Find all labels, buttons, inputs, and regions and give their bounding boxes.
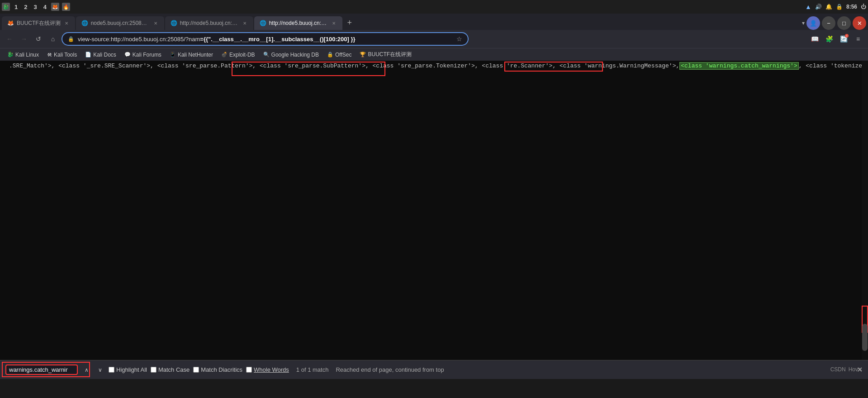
extensions-button[interactable]: 🧩 bbox=[823, 33, 835, 45]
match-diacritics-checkbox[interactable] bbox=[193, 367, 199, 373]
firefox-taskbar-icon[interactable]: 🦊 bbox=[51, 3, 59, 11]
notification-icon: 🔔 bbox=[825, 4, 832, 10]
home-icon: ⌂ bbox=[51, 35, 55, 43]
workspace-1[interactable]: 1 bbox=[13, 4, 19, 10]
tab-label-2: node5.buuoj.cn:25085/?nam bbox=[91, 20, 150, 26]
bookmark-google-hacking[interactable]: 🔍 Google Hacking DB bbox=[260, 51, 323, 59]
forward-button[interactable]: → bbox=[18, 33, 30, 45]
tab-node5-1[interactable]: 🌐 node5.buuoj.cn:25085/?nam ✕ bbox=[76, 16, 164, 30]
bookmark-favicon-tools: 🛠 bbox=[47, 52, 52, 58]
bookmark-kali-forums[interactable]: 💬 Kali Forums bbox=[121, 51, 165, 59]
tab-buuctf[interactable]: 🦊 BUUCTF在线评测 ✕ bbox=[2, 16, 75, 30]
match-diacritics-label: Match Diacritics bbox=[201, 366, 242, 373]
menu-button[interactable]: ≡ bbox=[852, 33, 864, 45]
address-url-display: view-source:http://node5.buuoj.cn:25085/… bbox=[78, 36, 453, 43]
bookmark-kali-linux[interactable]: 🐉 Kali Linux bbox=[4, 51, 43, 59]
url-base: view-source:http://node5.buuoj.cn:25085/… bbox=[78, 36, 200, 43]
pocket-button[interactable]: 📖 bbox=[808, 33, 821, 45]
bookmarks-bar: 🐉 Kali Linux 🛠 Kali Tools 📄 Kali Docs 💬 … bbox=[0, 48, 868, 61]
tab-close-4[interactable]: ✕ bbox=[331, 20, 337, 26]
bookmark-favicon-nethunter: 📱 bbox=[170, 52, 176, 58]
bookmark-kali-docs[interactable]: 📄 Kali Docs bbox=[81, 51, 120, 59]
back-icon: ← bbox=[6, 35, 13, 43]
tab-favicon-1: 🦊 bbox=[7, 20, 14, 26]
window-maximize[interactable]: □ bbox=[837, 16, 851, 30]
tab-bar: 🦊 BUUCTF在线评测 ✕ 🌐 node5.buuoj.cn:25085/?n… bbox=[0, 14, 868, 30]
tab-label-4: http://node5.buuoj.cn:2508 bbox=[269, 20, 328, 26]
tab-node5-active[interactable]: 🌐 http://node5.buuoj.cn:2508 ✕ bbox=[254, 16, 342, 30]
back-button[interactable]: ← bbox=[4, 33, 15, 45]
bookmark-favicon-docs: 📄 bbox=[85, 52, 91, 58]
source-line-before: .SRE_Match'>, <class '_sre.SRE_Scanner'>… bbox=[9, 62, 679, 69]
window-close[interactable]: ✕ bbox=[853, 16, 866, 30]
account-avatar[interactable]: 👤 bbox=[806, 16, 820, 30]
source-line-after: , <class 'tokenize.Untokenizer'>, <class bbox=[799, 62, 868, 69]
bookmark-favicon-forums: 💬 bbox=[124, 52, 131, 58]
find-input[interactable] bbox=[9, 366, 68, 373]
scrollbar-thumb[interactable] bbox=[862, 324, 868, 351]
bookmark-exploit-db[interactable]: 💣 Exploit-DB bbox=[218, 51, 259, 59]
bookmark-label-nethunter: Kali NetHunter bbox=[178, 52, 213, 58]
whole-words-option[interactable]: Whole Words bbox=[246, 366, 289, 373]
sync-button[interactable]: 🔄 ! bbox=[837, 33, 850, 45]
whole-words-checkbox[interactable] bbox=[246, 367, 252, 373]
highlight-all-option[interactable]: Highlight All bbox=[109, 366, 147, 373]
bookmark-buuctf[interactable]: 🏆 BUUCTF在线评测 bbox=[356, 50, 415, 59]
whole-words-label: Whole Words bbox=[254, 366, 289, 373]
network-icon: ▲ bbox=[805, 3, 811, 10]
source-code-line: .SRE_Match'>, <class '_sre.SRE_Scanner'>… bbox=[0, 61, 868, 71]
tab-favicon-3: 🌐 bbox=[171, 20, 177, 26]
bookmark-label-kali: Kali Linux bbox=[15, 52, 39, 58]
tab-node5-2[interactable]: 🌐 http://node5.buuoj.cn:25085 ✕ bbox=[165, 16, 253, 30]
toolbar-right: 📖 🧩 🔄 ! ≡ bbox=[808, 33, 864, 45]
empty-content bbox=[0, 71, 868, 379]
refresh-button[interactable]: ↺ bbox=[33, 33, 44, 45]
bookmark-favicon-ghdb: 🔍 bbox=[263, 52, 270, 58]
content-area: .SRE_Match'>, <class '_sre.SRE_Scanner'>… bbox=[0, 61, 868, 379]
tab-close-1[interactable]: ✕ bbox=[63, 20, 70, 26]
home-button[interactable]: ⌂ bbox=[47, 33, 59, 45]
refresh-icon: ↺ bbox=[36, 35, 41, 43]
match-count: 1 of 1 match bbox=[296, 366, 329, 373]
volume-icon: 🔊 bbox=[815, 4, 822, 10]
tab-close-2[interactable]: ✕ bbox=[152, 20, 159, 26]
bookmark-label-buuctf: BUUCTF在线评测 bbox=[368, 51, 412, 58]
match-case-checkbox[interactable] bbox=[151, 367, 157, 373]
match-diacritics-option[interactable]: Match Diacritics bbox=[193, 366, 242, 373]
address-bar-row: ← → ↺ ⌂ 🔒 view-source:http://node5.buuoj… bbox=[0, 30, 868, 48]
tab-close-3[interactable]: ✕ bbox=[242, 20, 248, 26]
workspace-2[interactable]: 2 bbox=[22, 4, 29, 10]
bookmark-favicon-kali: 🐉 bbox=[7, 52, 14, 58]
tab-label-3: http://node5.buuoj.cn:25085 bbox=[180, 20, 239, 26]
status-bar-right: CSDN Hov✕ bbox=[830, 360, 868, 379]
find-input-wrapper[interactable] bbox=[5, 364, 78, 375]
bookmark-favicon-offsec: 🔒 bbox=[327, 52, 333, 58]
bookmark-label-tools: Kali Tools bbox=[54, 52, 77, 58]
bookmark-star-icon[interactable]: ☆ bbox=[456, 35, 462, 43]
find-next-button[interactable]: ∨ bbox=[95, 365, 105, 375]
csdn-label: CSDN bbox=[830, 366, 846, 373]
scrollbar[interactable] bbox=[862, 61, 868, 360]
workspace-3[interactable]: 3 bbox=[32, 4, 38, 10]
bookmark-label-ghdb: Google Hacking DB bbox=[271, 52, 319, 58]
workspace-4[interactable]: 4 bbox=[42, 4, 48, 10]
match-case-label: Match Case bbox=[158, 366, 190, 373]
fire-taskbar-icon[interactable]: 🔥 bbox=[62, 3, 70, 11]
bookmark-offsec[interactable]: 🔒 OffSec bbox=[323, 51, 355, 59]
address-bar[interactable]: 🔒 view-source:http://node5.buuoj.cn:2508… bbox=[62, 32, 469, 46]
sync-badge: ! bbox=[845, 34, 849, 38]
start-icon[interactable]: 🐉 bbox=[2, 3, 10, 11]
hov-label: Hov✕ bbox=[849, 366, 863, 373]
tab-favicon-2: 🌐 bbox=[81, 20, 88, 26]
bookmark-label-exploit: Exploit-DB bbox=[229, 52, 255, 58]
bookmark-nethunter[interactable]: 📱 Kali NetHunter bbox=[166, 51, 217, 59]
find-previous-button[interactable]: ∧ bbox=[81, 365, 91, 375]
highlight-all-checkbox[interactable] bbox=[109, 367, 114, 373]
power-icon: ⏻ bbox=[861, 4, 866, 10]
bookmark-kali-tools[interactable]: 🛠 Kali Tools bbox=[43, 51, 81, 59]
tab-list-button[interactable]: ▾ bbox=[802, 20, 805, 26]
window-minimize[interactable]: − bbox=[822, 16, 835, 30]
match-case-option[interactable]: Match Case bbox=[151, 366, 190, 373]
highlight-all-label: Highlight All bbox=[116, 366, 147, 373]
new-tab-button[interactable]: + bbox=[343, 16, 356, 29]
